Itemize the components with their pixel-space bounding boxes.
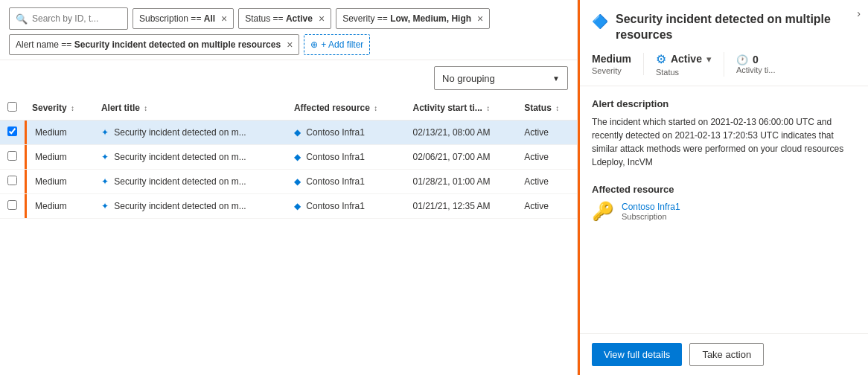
status-dropdown-chevron[interactable]: ▾ xyxy=(706,54,712,65)
status-column-header[interactable]: Status ↕ xyxy=(517,96,577,121)
alert-title-cell: ✦ Security incident detected on m... xyxy=(94,121,287,145)
view-full-details-button[interactable]: View full details xyxy=(592,343,682,366)
status-value: Active xyxy=(524,176,549,187)
grouping-dropdown[interactable]: No grouping ▼ xyxy=(434,66,568,90)
collapse-button[interactable]: › xyxy=(857,7,861,19)
activity-start-time-cell: 02/06/21, 07:00 AM xyxy=(406,145,517,170)
severity-cell: Medium xyxy=(25,194,94,219)
affected-resource-cell: ◆ Contoso Infra1 xyxy=(287,121,406,145)
alert-title-cell: ✦ Security incident detected on m... xyxy=(94,145,287,170)
resource-value: Contoso Infra1 xyxy=(306,152,365,162)
severity-badge: Medium xyxy=(35,201,67,211)
alerts-table: Severity ↕ Alert title ↕ Affected resour… xyxy=(0,96,577,219)
filter-tag-subscription[interactable]: Subscription == All × xyxy=(133,8,234,29)
affected-resource-cell: ◆ Contoso Infra1 xyxy=(287,170,406,194)
activity-start-time-column-header[interactable]: Activity start ti... ↕ xyxy=(406,96,517,121)
alert-icon: ✦ xyxy=(101,152,109,162)
affected-resource-column-header[interactable]: Affected resource ↕ xyxy=(287,96,406,121)
table-row[interactable]: Medium ✦ Security incident detected on m… xyxy=(0,145,577,170)
alert-title-value: Security incident detected on m... xyxy=(114,201,246,211)
row-checkbox[interactable] xyxy=(7,126,17,136)
alert-title-cell: ✦ Security incident detected on m... xyxy=(94,194,287,219)
status-cell: Active xyxy=(517,194,577,219)
activity-start-time-value: 02/06/21, 07:00 AM xyxy=(413,152,491,162)
select-all-column xyxy=(0,96,25,121)
detail-panel: › 🔷 Security incident detected on multip… xyxy=(578,0,868,375)
severity-cell: Medium xyxy=(25,121,94,145)
detail-status-value: Active xyxy=(671,53,702,65)
activity-start-time-header-label: Activity start ti... xyxy=(413,103,482,113)
detail-title: Security incident detected on multiple r… xyxy=(616,12,856,43)
activity-start-time-cell: 01/21/21, 12:35 AM xyxy=(406,194,517,219)
severity-sort-icon[interactable]: ↕ xyxy=(71,104,74,112)
table-row[interactable]: Medium ✦ Security incident detected on m… xyxy=(0,121,577,145)
severity-value: Medium xyxy=(35,127,67,138)
severity-column-header[interactable]: Severity ↕ xyxy=(25,96,94,121)
severity-cell: Medium xyxy=(25,170,94,194)
activity-sort-icon[interactable]: ↕ xyxy=(486,104,490,112)
affected-resource-sort-icon[interactable]: ↕ xyxy=(374,104,377,112)
left-panel: 🔍 Subscription == All × Status == Active… xyxy=(0,0,578,375)
filter-label: Subscription == All xyxy=(139,13,215,24)
search-box[interactable]: 🔍 xyxy=(9,7,128,30)
severity-badge: Medium xyxy=(35,152,67,162)
clock-icon: 🕐 xyxy=(736,54,748,65)
alert-description-section: Alert description The incident which sta… xyxy=(592,98,856,169)
filter-tag-status[interactable]: Status == Active × xyxy=(238,8,331,29)
select-all-checkbox[interactable] xyxy=(7,102,17,112)
affected-resource-cell: ◆ Contoso Infra1 xyxy=(287,145,406,170)
add-filter-icon: ⊕ xyxy=(310,39,318,50)
severity-value: Medium xyxy=(35,201,67,211)
take-action-button[interactable]: Take action xyxy=(689,343,764,366)
status-value: Active xyxy=(524,152,549,162)
detail-severity: Medium Severity xyxy=(592,53,644,75)
row-checkbox-cell[interactable] xyxy=(0,170,25,194)
alert-title-header-label: Alert title xyxy=(101,103,140,113)
row-checkbox-cell[interactable] xyxy=(0,194,25,219)
row-checkbox[interactable] xyxy=(7,200,17,210)
alert-title-value: Security incident detected on m... xyxy=(114,152,246,162)
filter-remove-subscription[interactable]: × xyxy=(221,13,227,24)
affected-resource-header-label: Affected resource xyxy=(294,103,370,113)
detail-activity: 🕐 0 Activity ti... xyxy=(736,54,788,74)
alert-title-column-header[interactable]: Alert title ↕ xyxy=(94,96,287,121)
activity-row: 🕐 0 xyxy=(736,54,776,65)
filter-remove-alert-name[interactable]: × xyxy=(287,39,293,50)
alert-title-value: Security incident detected on m... xyxy=(114,127,246,138)
row-checkbox[interactable] xyxy=(7,151,17,161)
chevron-down-icon: ▼ xyxy=(552,74,560,83)
status-cell: Active xyxy=(517,145,577,170)
row-checkbox-cell[interactable] xyxy=(0,121,25,145)
severity-value: Medium xyxy=(35,152,67,162)
table-container: Severity ↕ Alert title ↕ Affected resour… xyxy=(0,96,577,375)
affected-resource-section-title: Affected resource xyxy=(592,184,856,195)
activity-start-time-value: 02/13/21, 08:00 AM xyxy=(413,127,491,138)
status-sort-icon[interactable]: ↕ xyxy=(555,104,559,112)
row-checkbox-cell[interactable] xyxy=(0,145,25,170)
table-row[interactable]: Medium ✦ Security incident detected on m… xyxy=(0,170,577,194)
filter-tag-severity[interactable]: Severity == Low, Medium, High × xyxy=(336,8,490,29)
filter-remove-severity[interactable]: × xyxy=(477,13,483,24)
add-filter-button[interactable]: ⊕ + Add filter xyxy=(304,34,370,55)
resource-value: Contoso Infra1 xyxy=(306,176,365,187)
resource-item: 🔑 Contoso Infra1 Subscription xyxy=(592,201,856,222)
detail-body: Alert description The incident which sta… xyxy=(580,86,868,333)
resource-name[interactable]: Contoso Infra1 xyxy=(622,202,680,212)
severity-bar xyxy=(25,145,27,169)
table-row[interactable]: Medium ✦ Security incident detected on m… xyxy=(0,194,577,219)
severity-badge: Medium xyxy=(35,127,67,138)
alert-title-sort-icon[interactable]: ↕ xyxy=(144,104,147,112)
activity-start-time-value: 01/28/21, 01:00 AM xyxy=(413,176,491,187)
key-icon: 🔑 xyxy=(592,201,614,222)
row-checkbox[interactable] xyxy=(7,176,17,185)
status-header-label: Status xyxy=(524,103,552,113)
search-input[interactable] xyxy=(32,13,114,24)
filter-label: Status == Active xyxy=(245,13,313,24)
resource-info: Contoso Infra1 Subscription xyxy=(622,202,680,221)
filter-tag-alert-name[interactable]: Alert name == Security incident detected… xyxy=(9,34,299,55)
resource-value: Contoso Infra1 xyxy=(306,127,365,138)
activity-start-time-value: 01/21/21, 12:35 AM xyxy=(413,201,491,211)
activity-start-time-cell: 01/28/21, 01:00 AM xyxy=(406,170,517,194)
filter-label: Alert name == Security incident detected… xyxy=(16,39,281,50)
filter-remove-status[interactable]: × xyxy=(319,13,325,24)
